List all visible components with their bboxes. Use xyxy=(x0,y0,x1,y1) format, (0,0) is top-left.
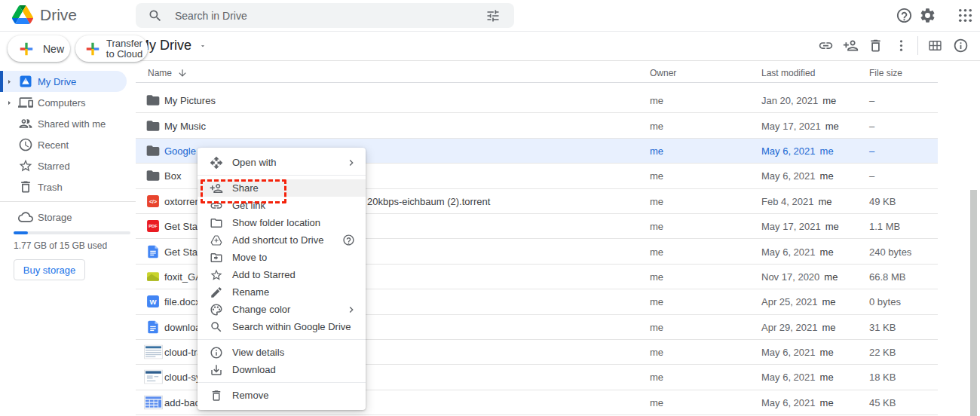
clock-icon xyxy=(18,137,33,152)
star-icon xyxy=(18,158,33,173)
last-modified-cell: May 6, 2021me xyxy=(761,246,834,257)
menu-item-label: Add to Starred xyxy=(232,269,354,280)
file-size-cell: 66.8 MB xyxy=(869,271,905,282)
storage-progress-fill xyxy=(14,231,28,234)
file-name: My Music xyxy=(164,120,206,131)
column-header-owner[interactable]: Owner xyxy=(650,68,676,78)
file-size-cell: 45 KB xyxy=(869,396,896,408)
menu-item-label: View details xyxy=(232,347,354,358)
sidebar-item-computers[interactable]: Computers xyxy=(0,92,127,113)
link-icon xyxy=(210,199,223,213)
menu-item-move-to[interactable]: Move to xyxy=(198,249,366,266)
owner-cell: me xyxy=(650,396,663,408)
menu-item-view-details[interactable]: View details xyxy=(198,344,366,361)
menu-item-get-link[interactable]: Get link xyxy=(198,197,366,214)
last-modified-cell: May 17, 2021me xyxy=(761,120,839,131)
help-icon[interactable] xyxy=(342,234,355,246)
menu-item-label: Remove xyxy=(232,390,354,401)
more-vert-icon[interactable] xyxy=(893,38,909,54)
menu-item-label: Change color xyxy=(232,304,345,315)
last-modified-cell: Apr 25, 2021me xyxy=(761,296,836,307)
table-header: Name Owner Last modified File size xyxy=(136,65,938,83)
search-bar[interactable] xyxy=(136,3,514,28)
owner-cell: me xyxy=(650,170,663,182)
sidebar-item-recent[interactable]: Recent xyxy=(0,134,127,155)
apps-grid-icon[interactable] xyxy=(957,7,974,24)
search-input[interactable] xyxy=(173,9,485,23)
drive-logo-home[interactable]: Drive xyxy=(12,5,77,24)
trash-icon xyxy=(210,389,223,402)
link-icon[interactable] xyxy=(818,38,834,54)
sidebar-item-shared-with-me[interactable]: Shared with me xyxy=(0,113,127,134)
plus-icon xyxy=(84,41,101,57)
gear-icon[interactable] xyxy=(919,7,936,24)
menu-divider xyxy=(198,382,366,383)
new-button[interactable]: New xyxy=(8,35,70,62)
file-size-cell: 22 KB xyxy=(869,347,896,358)
menu-item-open-with[interactable]: Open with xyxy=(198,154,366,171)
menu-item-label: Rename xyxy=(232,286,354,298)
owner-cell: me xyxy=(650,347,663,358)
last-modified-cell: May 17, 2021me xyxy=(761,221,839,232)
buy-storage-button[interactable]: Buy storage xyxy=(14,259,85,280)
vertical-scrollbar[interactable] xyxy=(970,190,977,416)
file-name: Box xyxy=(164,170,181,182)
trash-icon xyxy=(18,179,33,194)
expand-arrow-icon[interactable] xyxy=(6,99,13,106)
search-icon xyxy=(210,320,223,334)
google-drive-window: Drive Transfer to Cloud New My Drive xyxy=(0,0,980,416)
column-header-name[interactable]: Name xyxy=(148,68,188,78)
svg-text:W: W xyxy=(149,298,157,306)
column-header-file-size[interactable]: File size xyxy=(869,68,902,78)
sidebar-item-storage[interactable]: Storage xyxy=(0,206,127,228)
menu-item-label: Show folder location xyxy=(232,217,354,228)
doc-icon xyxy=(145,320,161,335)
file-name: My Pictures xyxy=(164,95,216,106)
column-header-last-modified[interactable]: Last modified xyxy=(761,68,815,78)
table-row[interactable]: My Music me May 17, 2021me – xyxy=(136,113,938,138)
sidebar-divider xyxy=(0,201,136,202)
person-add-icon[interactable] xyxy=(843,38,859,54)
download-icon xyxy=(210,363,223,377)
menu-item-add-to-starred[interactable]: Add to Starred xyxy=(198,266,366,283)
expand-arrow-icon[interactable] xyxy=(6,78,13,85)
info-icon[interactable] xyxy=(953,38,969,54)
last-modified-cell: Nov 17, 2020me xyxy=(761,271,838,282)
folder-icon xyxy=(145,93,161,108)
menu-item-download[interactable]: Download xyxy=(198,361,366,378)
transfer-to-cloud-button[interactable]: Transfer to Cloud xyxy=(75,35,148,62)
info-icon xyxy=(210,346,223,359)
last-modified-cell: Apr 29, 2021me xyxy=(761,321,836,332)
menu-item-share[interactable]: Share xyxy=(198,179,366,197)
sidebar-item-label: My Drive xyxy=(38,76,76,87)
menu-item-show-folder-location[interactable]: Show folder location xyxy=(198,214,366,231)
cloud-icon xyxy=(18,210,33,225)
last-modified-cell: Feb 4, 2021me xyxy=(761,195,831,206)
owner-cell: me xyxy=(650,145,663,156)
sidebar: My Drive Computers Shared with me Recent… xyxy=(0,61,136,416)
grid-view-icon[interactable] xyxy=(927,38,943,54)
menu-item-search-within-google-drive[interactable]: Search within Google Drive xyxy=(198,318,366,335)
file-size-cell: 18 KB xyxy=(869,372,896,383)
sidebar-item-my-drive[interactable]: My Drive xyxy=(0,71,127,92)
trash-icon[interactable] xyxy=(868,38,884,54)
owner-cell: me xyxy=(650,195,663,206)
table-row[interactable]: My Pictures me Jan 20, 2021me – xyxy=(136,88,938,113)
menu-item-rename[interactable]: Rename xyxy=(198,283,366,301)
last-modified-cell: May 6, 2021me xyxy=(761,347,834,358)
help-icon[interactable] xyxy=(896,7,913,24)
sidebar-item-trash[interactable]: Trash xyxy=(0,176,127,197)
sidebar-item-starred[interactable]: Starred xyxy=(0,155,127,176)
last-modified-cell: May 6, 2021me xyxy=(761,145,834,156)
page-title[interactable]: My Drive xyxy=(138,38,207,54)
file-size-cell: 31 KB xyxy=(869,321,896,332)
shot2-icon xyxy=(144,370,163,384)
open-with-icon xyxy=(210,156,223,170)
owner-cell: me xyxy=(650,321,663,332)
search-options-icon[interactable] xyxy=(485,8,501,23)
menu-item-remove[interactable]: Remove xyxy=(198,387,366,404)
menu-item-add-shortcut-to-drive[interactable]: Add shortcut to Drive xyxy=(198,231,366,249)
search-icon[interactable] xyxy=(148,8,163,23)
owner-cell: me xyxy=(650,271,663,282)
menu-item-change-color[interactable]: Change color xyxy=(198,301,366,318)
